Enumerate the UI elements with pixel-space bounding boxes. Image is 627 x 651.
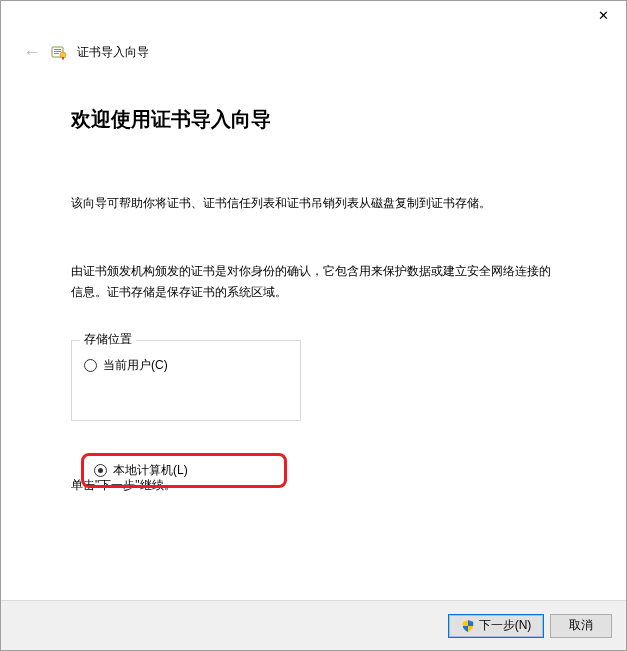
description-2: 由证书颁发机构颁发的证书是对你身份的确认，它包含用来保护数据或建立安全网络连接的… [71,261,558,302]
close-icon: ✕ [598,9,609,22]
cancel-button-label: 取消 [569,617,593,634]
store-location-group: 存储位置 当前用户(C) [71,340,301,421]
header-row: ← 证书导入向导 [1,31,626,61]
title-bar: ✕ [1,1,626,31]
cancel-button[interactable]: 取消 [550,614,612,638]
store-location-legend: 存储位置 [80,331,136,348]
radio-indicator [94,464,107,477]
svg-rect-3 [54,53,59,54]
certificate-wizard-icon [51,44,67,60]
page-heading: 欢迎使用证书导入向导 [71,106,558,133]
svg-rect-1 [54,49,61,50]
wizard-title: 证书导入向导 [77,44,149,61]
close-button[interactable]: ✕ [581,1,626,30]
next-button-label: 下一步(N) [479,617,532,634]
radio-current-user[interactable]: 当前用户(C) [84,357,288,374]
wizard-window: ✕ ← 证书导入向导 欢迎使用证书导入向导 该向导可帮助你将证书、证书信任列表和… [0,0,627,651]
back-arrow-icon: ← [23,43,41,61]
next-button[interactable]: 下一步(N) [448,614,544,638]
footer: 下一步(N) 取消 [1,600,626,650]
highlight-annotation: 本地计算机(L) [81,453,287,488]
radio-label: 当前用户(C) [103,357,168,374]
radio-indicator [84,359,97,372]
svg-rect-2 [54,51,61,52]
wizard-body: 欢迎使用证书导入向导 该向导可帮助你将证书、证书信任列表和证书吊销列表从磁盘复制… [1,61,626,600]
description-1: 该向导可帮助你将证书、证书信任列表和证书吊销列表从磁盘复制到证书存储。 [71,193,558,213]
uac-shield-icon [461,619,475,633]
radio-local-machine[interactable]: 本地计算机(L) [94,462,274,479]
radio-label: 本地计算机(L) [113,462,188,479]
